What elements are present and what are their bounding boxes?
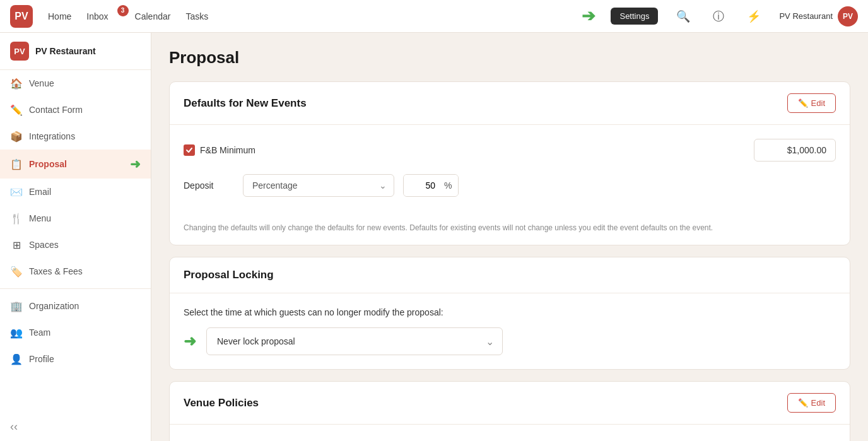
fb-minimum-checkbox-wrap[interactable]: F&B Minimum [184, 144, 255, 156]
locking-section: Proposal Locking Select the time at whic… [169, 257, 850, 370]
sidebar-item-label-contact-form: Contact Form [29, 105, 83, 115]
proposal-icon: 📋 [10, 158, 23, 170]
team-icon: 👥 [10, 326, 23, 339]
percent-sign: % [442, 175, 458, 196]
sidebar-item-label-proposal: Proposal [29, 159, 67, 169]
sidebar-item-label-integrations: Integrations [29, 131, 75, 141]
sidebar-item-menu[interactable]: 🍴 Menu [0, 205, 151, 232]
venue-policies-edit-button[interactable]: ✏️ Edit [787, 393, 836, 413]
sidebar-item-label-menu: Menu [29, 213, 51, 223]
contact-form-icon: ✏️ [10, 103, 23, 116]
sidebar-collapse-button[interactable]: ‹‹ [0, 413, 151, 441]
venue-edit-pencil-icon: ✏️ [798, 398, 808, 408]
deposit-value-wrap: % [403, 174, 459, 197]
sidebar-item-email[interactable]: ✉️ Email [0, 179, 151, 205]
defaults-section-title: Defaults for New Events [184, 97, 307, 110]
defaults-section-body: F&B Minimum Deposit Percentage Flat Amou… [170, 125, 850, 222]
deposit-type-select[interactable]: Percentage Flat Amount [243, 174, 394, 197]
locking-section-body: Select the time at which guests can no l… [170, 293, 850, 369]
user-name: PV Restaurant [779, 11, 833, 21]
sidebar-item-organization[interactable]: 🏢 Organization [0, 293, 151, 319]
sidebar-brand: PV PV Restaurant [0, 33, 151, 70]
nav-tasks[interactable]: Tasks [185, 9, 208, 24]
search-icon[interactable]: 🔍 [673, 6, 693, 26]
sidebar-item-spaces[interactable]: ⊞ Spaces [0, 232, 151, 258]
sidebar-item-proposal[interactable]: 📋 Proposal ➜ [0, 150, 151, 179]
nav-home[interactable]: Home [48, 9, 71, 24]
venue-policies-header: Venue Policies ✏️ Edit [170, 382, 850, 425]
collapse-icon: ‹‹ [10, 420, 18, 433]
fb-minimum-row: F&B Minimum [184, 139, 836, 162]
locking-section-title: Proposal Locking [184, 269, 274, 281]
sidebar-item-label-email: Email [29, 187, 51, 197]
organization-icon: 🏢 [10, 300, 23, 312]
user-avatar: PV [838, 6, 858, 26]
sidebar-brand-name: PV Restaurant [35, 46, 96, 56]
settings-button[interactable]: Settings [611, 8, 658, 25]
inbox-badge: 3 [117, 5, 129, 16]
fb-minimum-input[interactable] [754, 139, 836, 162]
proposal-arrow-indicator: ➜ [130, 156, 141, 172]
defaults-section-header: Defaults for New Events ✏️ Edit [170, 82, 850, 125]
nav-inbox[interactable]: Inbox 3 [86, 9, 119, 24]
sidebar-item-profile[interactable]: 👤 Profile [0, 346, 151, 372]
sidebar-item-label-venue: Venue [29, 78, 54, 88]
main-content: Proposal Defaults for New Events ✏️ Edit [151, 33, 868, 441]
sidebar-brand-icon: PV [10, 42, 29, 61]
locking-description: Select the time at which guests can no l… [184, 307, 836, 317]
defaults-section: Defaults for New Events ✏️ Edit F& [169, 81, 850, 245]
sidebar: PV PV Restaurant 🏠 Venue ✏️ Contact Form… [0, 33, 151, 441]
deposit-row: Deposit Percentage Flat Amount ⌄ % [184, 174, 836, 197]
sidebar-item-contact-form[interactable]: ✏️ Contact Form [0, 97, 151, 123]
nav-calendar[interactable]: Calendar [135, 9, 171, 24]
top-navigation: PV Home Inbox 3 Calendar Tasks ➔ Setting… [0, 0, 868, 33]
defaults-edit-button[interactable]: ✏️ Edit [787, 93, 836, 113]
lock-select-wrap: Never lock proposal 1 day before event 2… [206, 327, 503, 355]
edit-pencil-icon: ✏️ [798, 98, 808, 108]
help-icon[interactable]: ⓘ [708, 6, 729, 26]
user-menu[interactable]: PV Restaurant PV [779, 6, 858, 26]
sidebar-item-label-taxes-fees: Taxes & Fees [29, 266, 83, 276]
deposit-type-select-wrap: Percentage Flat Amount ⌄ [243, 174, 394, 197]
menu-icon: 🍴 [10, 212, 23, 225]
venue-policies-title: Venue Policies [184, 397, 259, 409]
settings-arrow-indicator: ➔ [582, 6, 595, 26]
sidebar-item-label-profile: Profile [29, 354, 54, 364]
venue-icon: 🏠 [10, 77, 23, 90]
spaces-icon: ⊞ [10, 238, 23, 251]
fb-minimum-checkbox[interactable] [184, 144, 195, 156]
sidebar-item-label-team: Team [29, 327, 50, 338]
activity-icon[interactable]: ⚡ [744, 6, 764, 26]
sidebar-item-venue[interactable]: 🏠 Venue [0, 70, 151, 97]
checkmark-icon [185, 146, 193, 154]
sidebar-item-team[interactable]: 👥 Team [0, 319, 151, 346]
deposit-label: Deposit [184, 180, 234, 191]
lock-select-arrow-indicator: ➜ [184, 332, 196, 350]
profile-icon: 👤 [10, 353, 23, 365]
sidebar-item-taxes-fees[interactable]: 🏷️ Taxes & Fees [0, 258, 151, 285]
venue-policies-body [170, 425, 850, 441]
defaults-note: Changing the defaults will only change t… [170, 222, 850, 245]
sidebar-item-label-organization: Organization [29, 301, 79, 311]
email-icon: ✉️ [10, 185, 23, 198]
venue-policies-section: Venue Policies ✏️ Edit [169, 381, 850, 441]
fb-minimum-label: F&B Minimum [200, 145, 255, 155]
locking-section-header: Proposal Locking [170, 257, 850, 293]
lock-select[interactable]: Never lock proposal 1 day before event 2… [206, 327, 503, 355]
sidebar-item-integrations[interactable]: 📦 Integrations [0, 123, 151, 150]
app-logo: PV [10, 5, 33, 28]
integrations-icon: 📦 [10, 130, 23, 143]
taxes-fees-icon: 🏷️ [10, 265, 23, 278]
sidebar-item-label-spaces: Spaces [29, 240, 59, 250]
deposit-value-input[interactable] [404, 175, 442, 196]
page-title: Proposal [169, 48, 850, 68]
